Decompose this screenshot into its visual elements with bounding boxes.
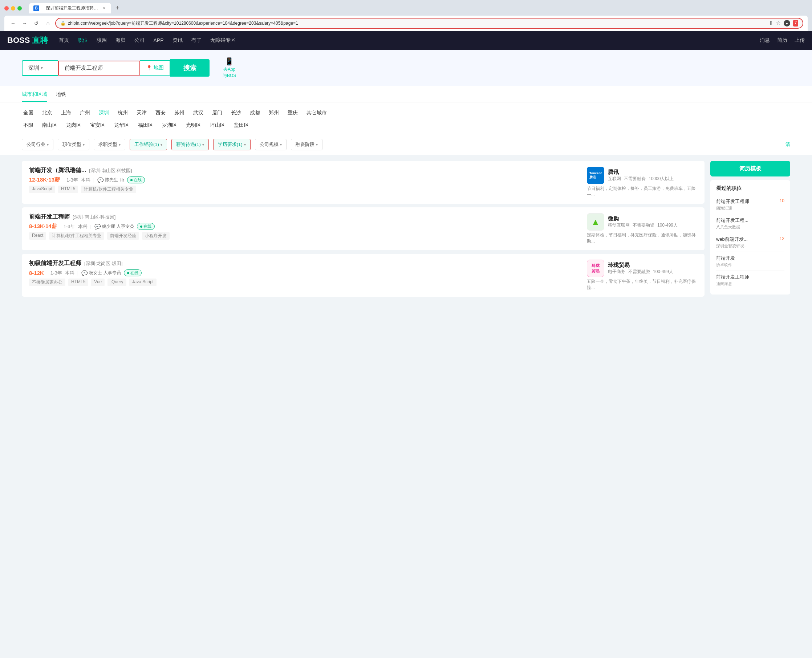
- share-icon[interactable]: ⬆: [769, 20, 773, 27]
- city-tag-guangzhou[interactable]: 广州: [78, 109, 91, 117]
- city-tag-chongqing[interactable]: 重庆: [286, 109, 299, 117]
- city-tag-shenzhen[interactable]: 深圳: [97, 109, 110, 117]
- city-tag-suzhou[interactable]: 苏州: [173, 109, 186, 117]
- nav-item-company[interactable]: 公司: [134, 37, 144, 44]
- city-tag-shanghai[interactable]: 上海: [60, 109, 73, 117]
- experience-filter[interactable]: 工作经验(1) ▾: [130, 139, 167, 150]
- active-tab[interactable]: B 「深圳前端开发工程师招聘」1-3... ×: [29, 3, 111, 13]
- nav-item-news[interactable]: 资讯: [172, 37, 183, 44]
- city-tag-xiamen[interactable]: 厦门: [211, 109, 224, 117]
- district-tag-luohu[interactable]: 罗湖区: [160, 121, 179, 129]
- city-tag-all[interactable]: 全国: [22, 109, 35, 117]
- advanced-filters: 公司行业 ▾ 职位类型 ▾ 求职类型 ▾ 工作经验(1) ▾ 薪资待遇(1) ▾…: [0, 136, 812, 155]
- district-tag-nanshan[interactable]: 南山区: [41, 121, 59, 129]
- nav-upload[interactable]: 上传: [795, 37, 805, 44]
- app-promo[interactable]: 📱 去App 与BOS: [223, 57, 236, 79]
- forward-button[interactable]: →: [20, 19, 29, 28]
- nav-item-app[interactable]: APP: [153, 38, 163, 43]
- district-tag-guangming[interactable]: 光明区: [185, 121, 203, 129]
- job-tag: HTML5: [68, 279, 88, 286]
- company-info: ▲ 微购 移动互联网 不需要融资 100-499人 定期体检，节日福利，补充医疗…: [581, 213, 697, 244]
- funding-filter[interactable]: 融资阶段 ▾: [291, 139, 323, 150]
- tab-bar: B 「深圳前端开发工程师招聘」1-3... × +: [29, 3, 122, 13]
- back-button[interactable]: ←: [9, 19, 17, 28]
- city-tag-zhengzhou[interactable]: 郑州: [267, 109, 281, 117]
- map-icon: 📍: [146, 65, 152, 71]
- viewed-job-item[interactable]: web前端开发... 深圳金智凌轩视... 12: [716, 233, 784, 252]
- district-tag-all[interactable]: 不限: [22, 121, 35, 129]
- city-tag-xian[interactable]: 西安: [154, 109, 167, 117]
- traffic-lights: [4, 6, 22, 11]
- city-tag-chengdu[interactable]: 成都: [248, 109, 262, 117]
- search-button[interactable]: 搜索: [170, 59, 210, 77]
- city-tag-beijing[interactable]: 北京: [41, 109, 54, 117]
- recruiter-role: 人事专员: [117, 223, 134, 229]
- city-selector[interactable]: 深圳 ▾: [22, 60, 58, 76]
- refresh-button[interactable]: ↺: [32, 19, 41, 28]
- job-card[interactable]: 前端开发（腾讯瑞德... [深圳·南山区·科技园] 12-18K·13薪 1-3…: [22, 161, 704, 204]
- company-size-filter[interactable]: 公司规模 ▾: [255, 139, 287, 150]
- viewed-job-item[interactable]: 前端开发工程... 八爪鱼大数据: [716, 214, 784, 233]
- company-industry: 互联网: [608, 176, 621, 182]
- district-tag-longgang[interactable]: 龙岗区: [65, 121, 83, 129]
- profile-icon[interactable]: ●: [784, 20, 790, 27]
- address-bar[interactable]: 🔒 zhipin.com/web/geek/job?query=前端开发工程师&…: [55, 18, 803, 29]
- map-button[interactable]: 📍 地图: [140, 60, 170, 75]
- nav-item-youle[interactable]: 有了: [191, 37, 202, 44]
- company-benefits: 节日福利，定期体检，餐补，员工旅游，免费班车，五险一...: [587, 186, 697, 198]
- job-card[interactable]: 初级前端开发工程师 [深圳·龙岗区·坂田] 8-12K 1-3年 本科 | 💬 …: [22, 254, 704, 297]
- city-tag-wuhan[interactable]: 武汉: [192, 109, 205, 117]
- job-detail-left: 前端开发工程师 [深圳·南山区·科技园] 8-13K·14薪 1-3年 本科 |…: [29, 213, 581, 244]
- nav-item-campus[interactable]: 校园: [97, 37, 107, 44]
- nav-messages[interactable]: 消息: [760, 37, 770, 44]
- district-tag-baoan[interactable]: 宝安区: [89, 121, 107, 129]
- district-tag-futian[interactable]: 福田区: [136, 121, 155, 129]
- city-tag-changsha[interactable]: 长沙: [229, 109, 243, 117]
- district-tag-pingshan[interactable]: 坪山区: [208, 121, 227, 129]
- recruiter-name: 杨女士: [89, 270, 102, 276]
- search-input-container[interactable]: [58, 61, 140, 75]
- maximize-window-button[interactable]: [17, 6, 22, 11]
- tab-city-region[interactable]: 城市和区域: [22, 91, 47, 102]
- job-card[interactable]: 前端开发工程师 [深圳·南山区·科技园] 8-13K·14薪 1-3年 本科 |…: [22, 207, 704, 250]
- job-experience: 1-3年: [64, 223, 75, 230]
- company-industry-filter[interactable]: 公司行业 ▾: [22, 139, 53, 150]
- viewed-job-item[interactable]: 前端开发 协卓软件: [716, 252, 784, 271]
- job-tags: 不接受居家办公 HTML5 Vue jQuery Java Script: [29, 279, 575, 286]
- nav-resume[interactable]: 简历: [777, 37, 787, 44]
- education-filter[interactable]: 学历要求(1) ▾: [213, 139, 251, 150]
- seek-type-filter[interactable]: 求职类型 ▾: [94, 139, 125, 150]
- viewed-job-item[interactable]: 前端开发工程师 四海汇通 10: [716, 195, 784, 214]
- minimize-window-button[interactable]: [11, 6, 15, 11]
- city-filters: 全国 北京 上海 广州 深圳 杭州 天津 西安 苏州 武汉 厦门 长沙 成都 郑…: [0, 102, 812, 136]
- chevron-down-icon: ▾: [280, 143, 282, 147]
- nav-item-overseas[interactable]: 海归: [116, 37, 125, 44]
- district-tag-longhua[interactable]: 龙华区: [113, 121, 131, 129]
- tab-metro[interactable]: 地铁: [56, 91, 66, 102]
- new-tab-button[interactable]: +: [113, 3, 122, 13]
- city-tag-hangzhou[interactable]: 杭州: [116, 109, 129, 117]
- search-input[interactable]: [65, 65, 134, 71]
- recruiter-name: 姚少娜: [102, 223, 115, 229]
- online-dot: [140, 226, 143, 228]
- online-badge: 在线: [124, 269, 142, 276]
- extensions-icon[interactable]: 7: [793, 20, 798, 27]
- job-type-filter[interactable]: 职位类型 ▾: [58, 139, 89, 150]
- city-tag-other[interactable]: 其它城市: [305, 109, 328, 117]
- salary-filter[interactable]: 薪资待遇(1) ▾: [171, 139, 209, 150]
- tab-close-button[interactable]: ×: [102, 6, 107, 11]
- clear-filters-button[interactable]: 清: [785, 141, 790, 148]
- company-info: 玲珑贸易 玲珑贸易 电子商务 不需要融资 100-499人 五险一金，零食下午茶…: [581, 260, 697, 291]
- nav-item-accessibility[interactable]: 无障碍专区: [210, 37, 236, 44]
- home-button[interactable]: ⌂: [44, 19, 52, 28]
- nav-item-home[interactable]: 首页: [59, 37, 69, 44]
- nav-item-jobs[interactable]: 职位: [78, 37, 88, 44]
- site-logo[interactable]: BOSS 直聘: [7, 35, 48, 46]
- close-window-button[interactable]: [4, 6, 9, 11]
- city-tag-tianjin[interactable]: 天津: [135, 109, 148, 117]
- viewed-job-item[interactable]: 前端开发工程师 迪聚海息: [716, 271, 784, 290]
- district-tag-yantian[interactable]: 盐田区: [232, 121, 251, 129]
- browser-chrome: B 「深圳前端开发工程师招聘」1-3... × + ← → ↺ ⌂ 🔒 zhip…: [0, 0, 812, 31]
- bookmark-icon[interactable]: ☆: [776, 20, 781, 27]
- resume-template-button[interactable]: 简历模板: [710, 161, 790, 177]
